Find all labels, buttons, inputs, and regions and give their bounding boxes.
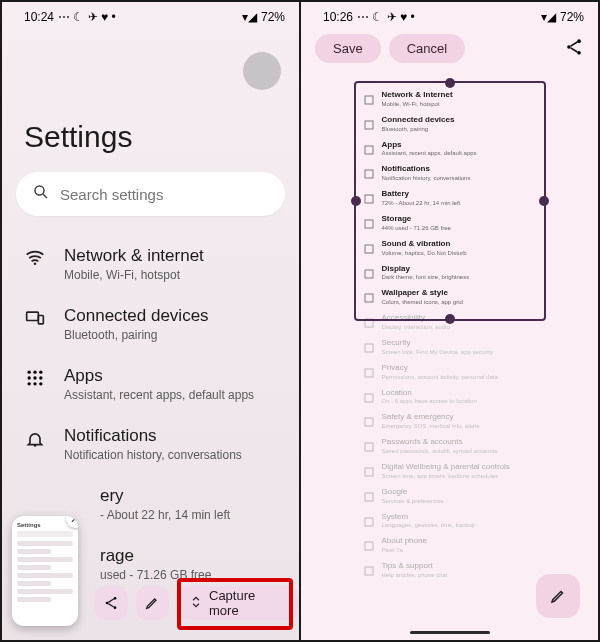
mini-title: Tips & support — [382, 562, 448, 571]
mini-icon — [364, 389, 374, 399]
svg-point-11 — [28, 382, 31, 385]
crop-selection[interactable] — [354, 81, 546, 321]
mini-sub: Emergency SOS, medical info, alerts — [382, 423, 480, 429]
mini-row: PrivacyPermissions, account activity, pe… — [364, 364, 536, 380]
mini-title: About phone — [382, 537, 427, 546]
screenshot-toolbar: Capture more — [94, 586, 299, 620]
mini-row: Passwords & accountsSaved passwords, aut… — [364, 438, 536, 454]
svg-point-15 — [105, 602, 108, 605]
phone-right: 10:26 ⋯ ☾ ✈ ♥ • ▾◢ 72% Save Cancel Netwo… — [301, 2, 598, 640]
share-button[interactable] — [94, 586, 128, 620]
battery-text: 72% — [560, 10, 584, 24]
svg-point-20 — [577, 51, 581, 55]
devices-icon — [24, 306, 46, 328]
svg-rect-35 — [365, 443, 373, 451]
status-icons-left: ⋯ ☾ ✈ ♥ • — [357, 10, 415, 24]
mini-icon — [364, 513, 374, 523]
mini-icon — [364, 413, 374, 423]
crop-handle-top[interactable] — [445, 78, 455, 88]
row-notifications[interactable]: NotificationsNotification history, conve… — [2, 414, 299, 474]
crop-handle-right[interactable] — [539, 196, 549, 206]
row-title: Notifications — [64, 426, 242, 446]
search-bar[interactable] — [16, 172, 285, 216]
capture-more-button[interactable]: Capture more — [177, 586, 299, 620]
mini-icon — [364, 537, 374, 547]
row-connected[interactable]: Connected devicesBluetooth, pairing — [2, 294, 299, 354]
mini-icon — [364, 364, 374, 374]
row-title: Connected devices — [64, 306, 209, 326]
svg-point-5 — [28, 371, 31, 374]
svg-rect-33 — [365, 394, 373, 402]
svg-point-6 — [33, 371, 36, 374]
edit-button[interactable] — [136, 586, 170, 620]
row-title: Network & internet — [64, 246, 204, 266]
save-button[interactable]: Save — [315, 34, 381, 63]
mini-sub: Screen lock, Find My Device, app securit… — [382, 349, 494, 355]
mini-row: Tips & supportHelp articles, phone chat — [364, 562, 536, 578]
svg-rect-32 — [365, 369, 373, 377]
mini-row: SystemLanguages, gestures, time, backup — [364, 513, 536, 529]
mini-row: SecurityScreen lock, Find My Device, app… — [364, 339, 536, 355]
mini-sub: Pixel 7a — [382, 547, 427, 553]
svg-line-1 — [43, 194, 47, 198]
row-sub: used - 71.26 GB free — [100, 568, 211, 582]
wifi-icon — [24, 246, 46, 268]
svg-point-13 — [39, 382, 42, 385]
profile-avatar[interactable] — [243, 52, 281, 90]
svg-rect-38 — [365, 518, 373, 526]
cancel-button[interactable]: Cancel — [389, 34, 465, 63]
status-icons-left: ⋯ ☾ ✈ ♥ • — [58, 10, 116, 24]
mini-icon — [364, 339, 374, 349]
bell-icon — [24, 426, 46, 448]
expand-icon — [189, 595, 203, 612]
capture-label: Capture more — [209, 588, 287, 618]
page-title: Settings — [2, 28, 299, 154]
row-apps[interactable]: AppsAssistant, recent apps, default apps — [2, 354, 299, 414]
svg-point-2 — [34, 263, 37, 266]
mini-title: System — [382, 513, 475, 522]
mini-sub: Display, interaction, audio — [382, 324, 450, 330]
row-title: rage — [100, 546, 211, 566]
status-bar: 10:26 ⋯ ☾ ✈ ♥ • ▾◢ 72% — [301, 2, 598, 28]
mini-title: Safety & emergency — [382, 413, 480, 422]
edit-fab[interactable] — [536, 574, 580, 618]
svg-rect-37 — [365, 493, 373, 501]
mini-sub: Help articles, phone chat — [382, 572, 448, 578]
svg-point-9 — [33, 376, 36, 379]
mini-icon — [364, 438, 374, 448]
mini-sub: Saved passwords, autofill, synced accoun… — [382, 448, 498, 454]
mini-sub: Permissions, account activity, personal … — [382, 374, 498, 380]
row-sub: Bluetooth, pairing — [64, 328, 209, 342]
svg-point-7 — [39, 371, 42, 374]
mini-sub: Screen time, app timers, bedtime schedul… — [382, 473, 510, 479]
mini-title: Digital Wellbeing & parental controls — [382, 463, 510, 472]
screenshot-preview[interactable]: ✕ Settings — [12, 516, 78, 626]
svg-point-8 — [28, 376, 31, 379]
row-sub: Notification history, conversations — [64, 448, 242, 462]
nav-bar[interactable] — [410, 631, 490, 634]
mini-title: Location — [382, 389, 477, 398]
mini-icon — [364, 562, 374, 572]
share-icon[interactable] — [564, 37, 584, 61]
svg-point-12 — [33, 382, 36, 385]
crop-handle-bottom[interactable] — [445, 314, 455, 324]
editor-topbar: Save Cancel — [301, 28, 598, 63]
scroll-capture-area[interactable]: Network & InternetMobile, Wi-Fi, hotspot… — [354, 81, 546, 578]
mini-row: About phonePixel 7a — [364, 537, 536, 553]
status-time: 10:24 — [24, 10, 54, 24]
row-sub: - About 22 hr, 14 min left — [100, 508, 230, 522]
status-bar: 10:24 ⋯ ☾ ✈ ♥ • ▾◢ 72% — [2, 2, 299, 28]
mini-sub: Languages, gestures, time, backup — [382, 522, 475, 528]
svg-rect-3 — [27, 312, 39, 320]
wifi-icon: ▾◢ — [242, 10, 257, 24]
crop-handle-left[interactable] — [351, 196, 361, 206]
row-sub: Mobile, Wi-Fi, hotspot — [64, 268, 204, 282]
row-network[interactable]: Network & internetMobile, Wi-Fi, hotspot — [2, 234, 299, 294]
mini-icon — [364, 463, 374, 473]
row-title: Apps — [64, 366, 254, 386]
mini-row: GoogleServices & preferences — [364, 488, 536, 504]
row-sub: Assistant, recent apps, default apps — [64, 388, 254, 402]
search-input[interactable] — [60, 186, 269, 203]
svg-point-16 — [113, 597, 116, 600]
mini-sub: On - 6 apps have access to location — [382, 398, 477, 404]
